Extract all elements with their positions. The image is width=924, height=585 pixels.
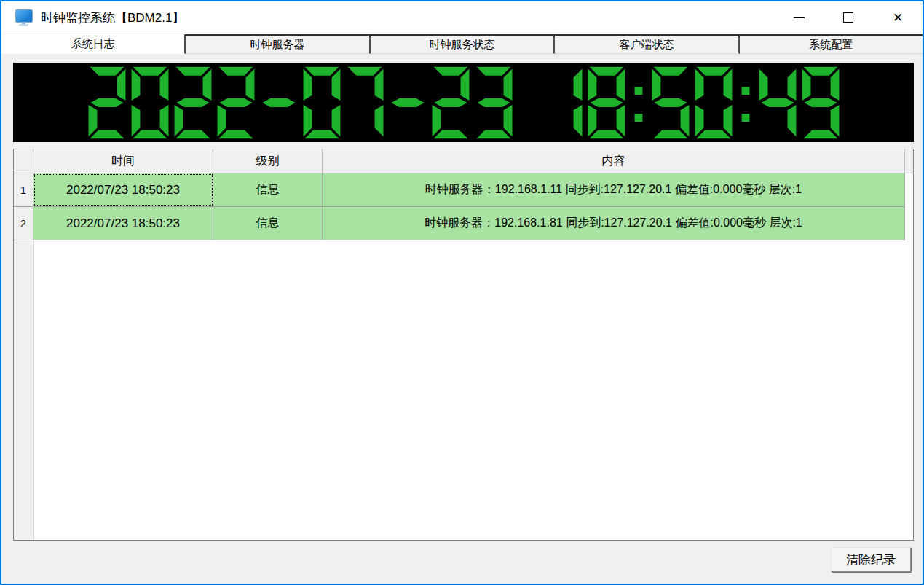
clock-digit-2 (217, 66, 255, 139)
clock-digit-0 (695, 66, 733, 139)
cell-level[interactable]: 信息 (213, 207, 323, 240)
table-body: 12022/07/23 18:50:23信息时钟服务器：192.168.1.11… (14, 173, 913, 240)
clear-records-button[interactable]: 清除纪录 (831, 547, 911, 572)
header-content[interactable]: 内容 (323, 149, 905, 173)
window-title: 时钟监控系统【BDM2.1】 (41, 9, 184, 26)
header-stub (14, 149, 33, 173)
cell-time[interactable]: 2022/07/23 18:50:23 (33, 173, 213, 207)
cell-time[interactable]: 2022/07/23 18:50:23 (33, 207, 213, 240)
header-level[interactable]: 级别 (213, 149, 323, 173)
window-controls: ✕ (774, 1, 923, 34)
tab-0[interactable]: 系统日志 (1, 34, 186, 54)
close-icon: ✕ (893, 12, 903, 24)
table-row: 12022/07/23 18:50:23信息时钟服务器：192.168.1.11… (14, 173, 913, 207)
tab-2[interactable]: 时钟服务状态 (371, 34, 555, 54)
close-button[interactable]: ✕ (873, 1, 923, 34)
clock-digit-0 (131, 66, 169, 139)
clock-colon (631, 66, 647, 139)
clock-digit-2 (174, 66, 212, 139)
table-row: 22022/07/23 18:50:23信息时钟服务器：192.168.1.81… (14, 207, 913, 240)
digital-clock-display (13, 63, 914, 142)
clock-digit-7 (346, 66, 384, 139)
tab-4[interactable]: 系统配置 (740, 34, 923, 54)
clock-digit-3 (475, 66, 513, 139)
cell-content[interactable]: 时钟服务器：192.168.1.11 同步到:127.127.20.1 偏差值:… (323, 173, 905, 207)
clock-space (518, 99, 540, 106)
header-filler (905, 149, 913, 173)
row-number[interactable]: 1 (14, 173, 33, 207)
clock-digit-- (260, 66, 298, 139)
clock-digit-9 (802, 66, 840, 139)
clock-digit-2 (88, 66, 126, 139)
cell-level[interactable]: 信息 (213, 173, 323, 207)
maximize-icon (843, 12, 853, 23)
cell-content[interactable]: 时钟服务器：192.168.1.81 同步到:127.127.20.1 偏差值:… (323, 207, 905, 240)
clock-digit-4 (759, 66, 797, 139)
row-number[interactable]: 2 (14, 207, 33, 240)
tab-bar: 系统日志时钟服务器时钟服务状态客户端状态系统配置 (1, 34, 923, 54)
header-time[interactable]: 时间 (33, 149, 213, 173)
monitor-icon (15, 9, 33, 26)
minimize-button[interactable] (774, 1, 824, 34)
minimize-icon (794, 17, 805, 18)
clock-colon (738, 66, 754, 139)
clock-digit-8 (588, 66, 625, 139)
clock-digit-- (389, 66, 427, 139)
table-header-row: 时间 级别 内容 (14, 149, 913, 173)
title-bar: 时钟监控系统【BDM2.1】 ✕ (1, 1, 923, 34)
tab-3[interactable]: 客户端状态 (555, 34, 739, 54)
system-log-table: 时间 级别 内容 12022/07/23 18:50:23信息时钟服务器：192… (13, 149, 914, 541)
clock-digit-1 (545, 66, 583, 139)
clock-digit-5 (652, 66, 690, 139)
maximize-button[interactable] (824, 1, 873, 34)
clock-digit-0 (303, 66, 341, 139)
tab-1[interactable]: 时钟服务器 (186, 34, 370, 54)
app-window: 时钟监控系统【BDM2.1】 ✕ 系统日志时钟服务器时钟服务状态客户端状态系统配… (0, 0, 924, 585)
clock-digit-2 (432, 66, 470, 139)
